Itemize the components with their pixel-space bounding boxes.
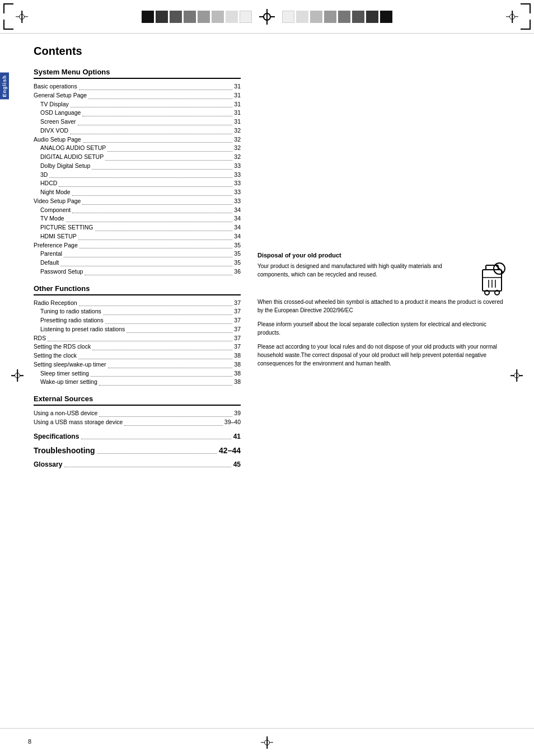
toc-dots [83,142,233,143]
toc-label: DIVX VOD [40,126,234,135]
external-sources-section: External Sources Using a non-USB device … [34,395,241,427]
toc-page: 31 [234,91,241,100]
toc-dots [78,359,232,359]
toc-entry: Night Mode 33 [34,188,241,197]
toc-entry: Wake-up timer setting 38 [34,378,241,387]
toc-label: Radio Reception [34,299,234,308]
toc-dots [105,323,233,324]
toc-entry: Sleep timer setting 38 [34,369,241,378]
system-menu-section: System Menu Options Basic operations 31 … [34,68,241,276]
specifications-page: 41 [233,433,241,440]
toc-dots [85,275,232,275]
toc-dots [48,341,232,341]
toc-label: Password Setup [40,267,234,276]
toc-page: 34 [234,223,241,232]
toc-label-text: HDCD [40,179,57,188]
toc-dots [107,151,232,152]
toc-page: 37 [234,342,241,351]
disposal-para-4: Please act according to your local rules… [257,342,506,368]
other-functions-title: Other Functions [34,284,241,295]
toc-label-text: ANALOG AUDIO SETUP [40,144,106,153]
toc-page: 35 [234,241,241,250]
toc-label: Setting the RDS clock [34,342,234,351]
toc-label: Presetting radio stations [40,316,234,325]
toc-entry: General Setup Page 31 [34,91,241,100]
toc-page: 32 [234,144,241,153]
toc-dots [49,177,232,178]
toc-label: Parental [40,250,234,259]
toc-entry: 3D 33 [34,171,241,180]
trouble-dots [97,453,217,454]
toc-label-text: Audio Setup Page [34,135,81,144]
toc-page: 33 [234,179,241,188]
toc-page: 31 [234,100,241,109]
toc-label: Screen Saver [40,118,234,126]
toc-page: 37 [234,299,241,308]
main-content: Contents System Menu Options Basic opera… [0,39,534,496]
toc-dots [72,195,233,196]
toc-page: 37 [234,316,241,325]
toc-dots [124,425,222,426]
top-decorative-bar [0,0,534,34]
toc-label: Video Setup Page [34,197,234,206]
toc-label: HDMI SETUP [40,232,234,241]
toc-page: 38 [234,351,241,360]
toc-dots [127,332,232,333]
toc-label: Default [40,259,234,267]
toc-label-text: General Setup Page [34,91,87,100]
toc-entry: Radio Reception 37 [34,299,241,308]
right-registration-mark [506,11,518,23]
toc-page: 37 [234,325,241,334]
toc-entry: Using a non-USB device 39 [34,409,241,418]
corner-mark-tl [3,3,13,13]
toc-dots [78,240,233,240]
toc-page: 34 [234,214,241,223]
right-side-crosshair [510,369,523,382]
toc-dots [72,213,232,213]
page-title: Contents [34,45,241,58]
toc-dots [71,107,233,107]
toc-label-text: PICTURE SETTING [40,223,93,232]
toc-page: 33 [234,171,241,180]
system-menu-title: System Menu Options [34,68,241,79]
toc-label: Tuning to radio stations [40,307,234,316]
spec-dots [81,439,231,439]
toc-label: Component [40,206,234,215]
toc-label-text: DIVX VOD [40,126,68,135]
toc-dots [88,98,232,99]
toc-label-text: Parental [40,250,62,259]
toc-dots [91,376,232,377]
toc-entry: Audio Setup Page 32 [34,135,241,144]
toc-dots [92,350,232,350]
toc-label: Using a USB mass storage device [34,418,224,427]
toc-page: 33 [234,162,241,171]
toc-label-text: Tuning to radio stations [40,307,101,316]
toc-label-text: Dolby Digital Setup [40,162,90,171]
toc-label-text: Setting the clock [34,351,77,360]
toc-dots [82,204,232,205]
troubleshooting-section: Troubleshooting 42–44 [34,446,241,455]
toc-page: 35 [234,250,241,259]
toc-entry: Default 35 [34,259,241,267]
toc-dots [60,266,232,266]
toc-page: 37 [234,334,241,343]
toc-label-text: TV Mode [40,214,64,223]
toc-label: Dolby Digital Setup [40,162,234,171]
toc-entry: Basic operations 31 [34,82,241,91]
toc-entry: DIGITAL AUDIO SETUP 32 [34,153,241,162]
toc-label-text: Preference Page [34,241,78,250]
toc-label-text: Using a USB mass storage device [34,418,123,427]
glossary-page: 45 [233,461,241,468]
toc-label: General Setup Page [34,91,234,100]
toc-label: ANALOG AUDIO SETUP [40,144,234,153]
toc-label: HDCD [40,179,234,188]
toc-label-text: Presetting radio stations [40,316,104,325]
toc-dots [105,160,232,161]
toc-page: 31 [234,109,241,118]
toc-label-text: 3D [40,171,48,180]
toc-entry: HDCD 33 [34,179,241,188]
toc-label-text: Setting the RDS clock [34,342,91,351]
toc-dots [59,186,232,187]
toc-entry: Setting sleep/wake-up timer 38 [34,360,241,369]
toc-page: 32 [234,135,241,144]
